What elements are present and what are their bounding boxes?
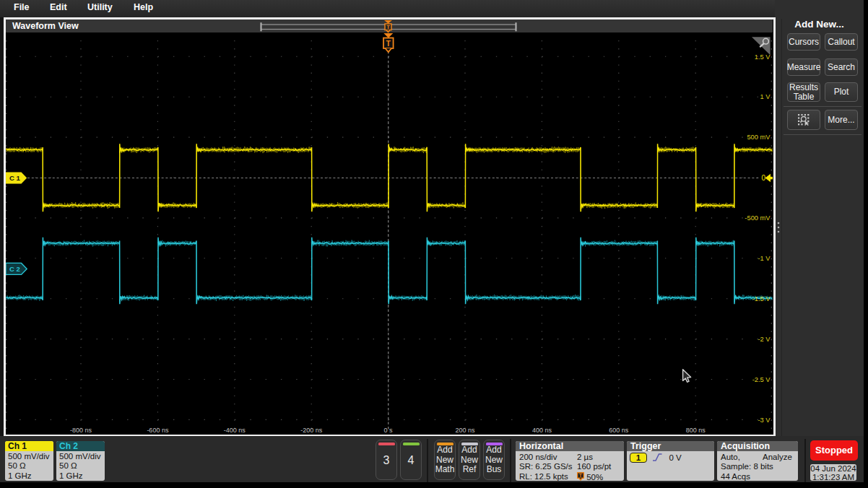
svg-text:-3 V: -3 V: [758, 417, 771, 424]
svg-text:1 V: 1 V: [760, 93, 771, 100]
svg-text:400 ns: 400 ns: [532, 427, 552, 434]
svg-text:0 s: 0 s: [384, 427, 394, 434]
svg-text:-2 V: -2 V: [758, 336, 771, 343]
svg-text:-2.5 V: -2.5 V: [752, 376, 771, 383]
svg-text:-600 ns: -600 ns: [147, 427, 169, 434]
svg-text:C 2: C 2: [9, 265, 20, 273]
svg-text:0: 0: [761, 174, 765, 182]
svg-text:-800 ns: -800 ns: [70, 427, 92, 434]
svg-text:600 ns: 600 ns: [609, 427, 629, 434]
svg-text:-400 ns: -400 ns: [224, 427, 246, 434]
svg-text:-500 mV: -500 mV: [745, 214, 771, 222]
svg-text:-1.5 V: -1.5 V: [752, 295, 771, 302]
svg-text:1.5 V: 1.5 V: [755, 53, 771, 61]
svg-text:-200 ns: -200 ns: [300, 427, 323, 434]
svg-text:T: T: [579, 473, 583, 478]
svg-text:C 1: C 1: [9, 174, 21, 182]
svg-text:-1 V: -1 V: [758, 255, 771, 262]
svg-text:T: T: [386, 24, 390, 30]
svg-text:800 ns: 800 ns: [686, 427, 706, 434]
svg-text:T: T: [386, 39, 391, 48]
svg-text:500 mV: 500 mV: [747, 134, 771, 141]
svg-text:200 ns: 200 ns: [455, 427, 475, 434]
